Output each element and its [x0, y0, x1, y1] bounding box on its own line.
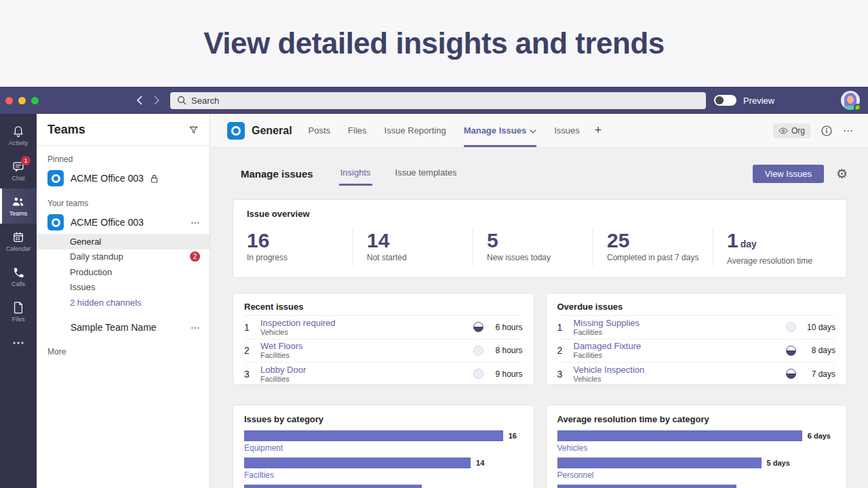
tab-issue-templates[interactable]: Issue templates [394, 162, 458, 186]
stat-new-today: 5 New issues today [473, 229, 593, 266]
status-half-filled-icon [473, 322, 484, 332]
tab-files[interactable]: Files [348, 114, 366, 147]
bar-category-label: Vehicles [557, 443, 836, 453]
rail-item-activity[interactable]: Activity [0, 118, 37, 153]
sidebar-more-link[interactable]: More [37, 336, 210, 357]
main-area: General Posts Files Issue Reporting Mana… [210, 114, 868, 488]
bar-Facilties [244, 458, 471, 468]
bar-Equipment [244, 430, 503, 441]
zoom-window-button[interactable] [31, 97, 39, 104]
status-empty-icon [786, 322, 796, 332]
search-bar[interactable] [170, 92, 706, 109]
issue-row[interactable]: 2 Wet Floors Facilities 8 hours [244, 339, 523, 363]
channel-tabs: Posts Files Issue Reporting Manage Issue… [309, 114, 580, 147]
rail-item-calls[interactable]: Calls [0, 259, 37, 294]
rail-item-calendar[interactable]: Calendar [0, 224, 37, 259]
issue-row[interactable]: 3 Lobby Door Facilities 9 hours [244, 362, 523, 385]
presence-available-icon: ✓ [854, 104, 861, 111]
banner-title: View detailed insights and trends [203, 26, 665, 60]
issue-link[interactable]: Wet Floors [260, 341, 473, 351]
channel-general[interactable]: General [37, 234, 210, 249]
issue-overview-card: Issue overview 16 In progress 14 Not sta… [233, 199, 847, 278]
bar-chart: 6 daysVehicles5 daysPersonnel [557, 430, 836, 488]
avg-resolution-time-chart: Average resolution time by category 6 da… [546, 405, 848, 488]
file-icon [12, 301, 24, 314]
bar-category-label: Facilties [244, 470, 523, 481]
bar-Personnel [557, 458, 762, 468]
eye-icon [778, 127, 788, 134]
bar-chart: 16Equipment14Facilties [244, 430, 523, 488]
pinned-team-name: ACME Office 003 [71, 173, 144, 184]
issue-row[interactable]: 1 Missing Supplies Facilities 10 days [557, 315, 836, 339]
issue-link[interactable]: Inspection required [260, 318, 473, 328]
issue-link[interactable]: Missing Supplies [574, 318, 787, 328]
rail-item-teams[interactable]: Teams [0, 188, 37, 224]
rail-item-files[interactable]: Files [0, 294, 37, 329]
sidebar-title: Teams [47, 123, 85, 137]
tab-insights[interactable]: Insights [339, 162, 372, 186]
rail-item-chat[interactable]: Chat 1 [0, 153, 37, 188]
view-issues-button[interactable]: View Issues [753, 165, 824, 183]
add-tab-button[interactable]: + [595, 123, 602, 138]
history-nav [134, 95, 162, 106]
issue-row[interactable]: 3 Vehicle Inspection Vehicles 7 days [557, 362, 836, 385]
team-app-icon [47, 214, 64, 230]
back-button[interactable] [134, 95, 144, 106]
teams-icon [11, 195, 26, 209]
phone-icon [12, 266, 25, 279]
more-options-icon[interactable]: ⋯ [843, 125, 853, 137]
close-window-button[interactable] [5, 97, 13, 104]
lock-icon [151, 174, 158, 183]
tab-issues[interactable]: Issues [554, 114, 580, 147]
hidden-channels-link[interactable]: 2 hidden channels [37, 295, 210, 310]
recent-issues-card: Recent issues 1 Inspection required Vehi… [233, 293, 534, 385]
calendar-icon [12, 230, 25, 244]
channel-production[interactable]: Production [37, 264, 210, 280]
bell-icon [12, 125, 25, 138]
pinned-section-label: Pinned [37, 146, 210, 167]
toolbar-tabs: Insights Issue templates [339, 162, 458, 186]
chevron-down-icon [530, 129, 536, 134]
issue-row[interactable]: 2 Damaged Fixture Facilities 8 days [557, 339, 836, 363]
chat-unread-badge: 1 [21, 156, 31, 165]
preview-toggle-group: Preview [714, 95, 774, 106]
search-input[interactable] [191, 96, 699, 106]
manage-issues-toolbar: Manage issues Insights Issue templates V… [210, 148, 868, 199]
forward-button[interactable] [151, 95, 162, 106]
channel-header-actions: Org ⋯ [773, 123, 853, 138]
bar-partial [244, 485, 422, 488]
preview-toggle[interactable] [714, 95, 736, 106]
channel-unread-badge: 2 [190, 251, 200, 262]
user-avatar[interactable]: ✓ [841, 91, 860, 110]
stat-avg-resolution: 1day Average resolution time [713, 229, 833, 266]
issue-link[interactable]: Lobby Door [260, 365, 473, 375]
team-options-icon[interactable]: ⋯ [191, 217, 200, 228]
settings-gear-icon[interactable]: ⚙ [836, 167, 848, 180]
channel-issues[interactable]: Issues [37, 280, 210, 296]
minimize-window-button[interactable] [18, 97, 26, 104]
team-options-icon[interactable]: ⋯ [191, 322, 200, 333]
status-half-filled-icon [786, 346, 796, 356]
tab-manage-issues[interactable]: Manage Issues [464, 114, 537, 147]
tab-posts[interactable]: Posts [309, 114, 331, 147]
issue-link[interactable]: Vehicle Inspection [574, 365, 787, 375]
bar-value-label: 6 days [808, 432, 831, 440]
filter-icon[interactable] [189, 125, 199, 135]
pinned-team-row[interactable]: ACME Office 003 [37, 167, 210, 190]
info-icon[interactable] [821, 125, 832, 136]
issues-by-category-chart: Issues by category 16Equipment14Faciltie… [233, 405, 534, 488]
team-name: ACME Office 003 [71, 217, 184, 228]
team-row-sample[interactable]: Sample Team Name ⋯ [37, 319, 210, 336]
rail-more-apps-button[interactable] [0, 329, 37, 357]
toggle-knob [715, 96, 724, 104]
overview-stats: 16 In progress 14 Not started 5 New issu… [233, 229, 846, 266]
tab-issue-reporting[interactable]: Issue Reporting [384, 114, 446, 147]
org-badge[interactable]: Org [773, 123, 810, 138]
status-empty-icon [473, 346, 484, 356]
toolbar-title: Manage issues [241, 168, 313, 180]
channel-daily-standup[interactable]: Daily standup 2 [37, 249, 210, 265]
issue-link[interactable]: Damaged Fixture [574, 341, 787, 351]
channel-title: General [252, 125, 292, 137]
team-row-acme[interactable]: ACME Office 003 ⋯ [37, 211, 210, 234]
issue-row[interactable]: 1 Inspection required Vehicles 6 hours [244, 315, 523, 339]
